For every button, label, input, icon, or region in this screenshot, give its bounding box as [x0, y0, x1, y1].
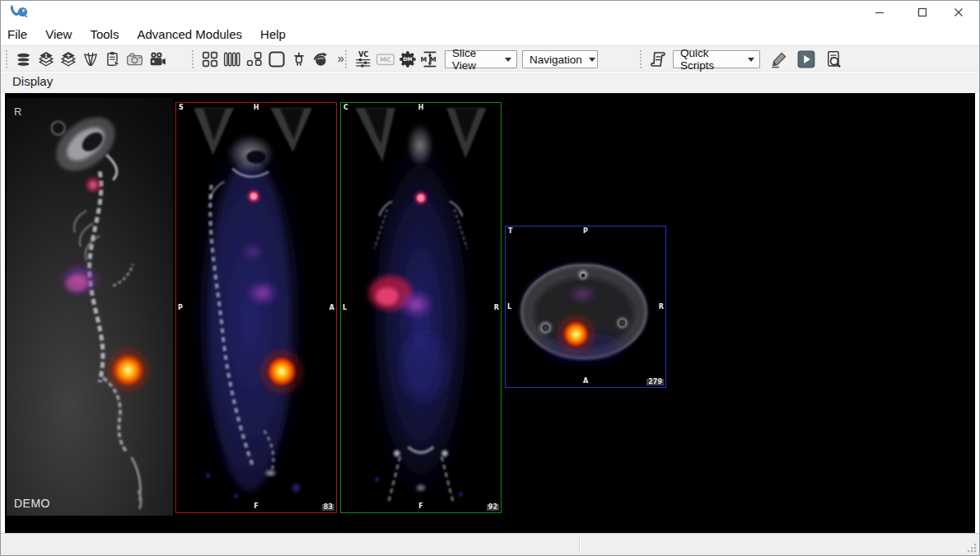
menu-bar: File View Tools Advanced Modules Help	[1, 24, 979, 45]
layers-add-button[interactable]: +	[58, 49, 78, 70]
movie-record-button[interactable]	[147, 49, 167, 70]
dm-data-manager-button[interactable]: DM	[397, 49, 418, 70]
layout-grid-2x2-button[interactable]	[199, 49, 220, 70]
resize-grip-icon[interactable]	[967, 543, 977, 553]
display-label: Display	[12, 74, 53, 88]
minimize-button[interactable]	[866, 1, 894, 24]
run-script-button[interactable]	[796, 49, 816, 70]
maximize-icon	[917, 7, 927, 17]
toolbar-handle[interactable]	[345, 50, 347, 68]
layout-mixed-icon	[246, 51, 263, 68]
edit-script-pencil-icon	[770, 51, 787, 68]
chevron-down-icon	[505, 58, 511, 62]
svg-text:+: +	[65, 52, 71, 59]
plug-tool-button[interactable]	[288, 49, 309, 70]
mip-scan-image	[7, 98, 173, 516]
display-section-header: Display	[1, 72, 979, 93]
slice-number: 92	[487, 504, 499, 511]
mc-module-icon: MC	[376, 51, 395, 68]
vc-window-level-icon: VC	[354, 50, 372, 68]
menu-tools[interactable]: Tools	[81, 25, 128, 44]
mc-module-button-disabled: MC	[375, 49, 395, 70]
edit-script-button[interactable]	[768, 49, 789, 70]
mm-min-max-button[interactable]: MM	[419, 49, 440, 70]
navigation-dropdown[interactable]: Navigation	[522, 50, 598, 68]
close-icon	[954, 7, 964, 17]
orientation-left: P	[178, 305, 183, 311]
toolbar-handle[interactable]	[640, 50, 642, 68]
plug-tool-icon	[291, 51, 307, 68]
transverse-viewport[interactable]: T P L R A 279	[505, 226, 666, 388]
layers-add-icon: +	[60, 51, 77, 68]
orientation-left: L	[507, 304, 511, 311]
close-button[interactable]	[945, 1, 973, 24]
main-toolbar: 1 +	[1, 45, 979, 72]
toolbar-handle[interactable]	[6, 50, 7, 68]
slice-view-dropdown[interactable]: Slice View	[445, 50, 517, 68]
reset-orientation-button[interactable]	[310, 49, 331, 70]
quick-scripts-dropdown[interactable]: Quick Scripts	[673, 50, 760, 68]
toolbar-group-scripts: Quick Scripts	[638, 46, 843, 72]
orientation-right: A	[329, 305, 334, 311]
status-bar-divider	[579, 537, 580, 552]
menu-file[interactable]: File	[7, 25, 36, 44]
mip-3d-viewport[interactable]: R DEMO	[7, 98, 173, 516]
maximize-button[interactable]	[908, 1, 936, 24]
clipboard-report-icon	[105, 51, 121, 68]
sagittal-viewport[interactable]: S H P A F 83	[175, 102, 337, 513]
view-letter: S	[179, 105, 184, 111]
svg-text:DM: DM	[403, 56, 412, 62]
orientation-left: L	[343, 305, 347, 311]
dicom-stack-icon	[16, 52, 31, 68]
script-report-button[interactable]	[823, 49, 843, 70]
orientation-right: R	[494, 305, 499, 311]
orientation-bottom: A	[583, 378, 588, 385]
layout-mixed-button[interactable]	[244, 49, 264, 70]
mip-projection-button[interactable]	[80, 49, 100, 70]
reset-orientation-icon	[312, 51, 329, 68]
navigation-value: Navigation	[530, 54, 582, 66]
dm-data-manager-icon: DM	[399, 50, 417, 68]
snapshot-camera-icon	[126, 51, 143, 68]
layers-single-button[interactable]: 1	[35, 49, 56, 70]
layers-single-icon: 1	[38, 51, 54, 68]
sagittal-scan-image	[176, 103, 336, 512]
script-icon	[649, 50, 667, 68]
chevron-down-icon	[748, 58, 754, 62]
run-script-play-icon	[797, 50, 815, 68]
mm-min-max-icon: MM	[421, 50, 439, 68]
clipboard-report-button[interactable]	[102, 49, 123, 70]
menu-advanced-modules[interactable]: Advanced Modules	[128, 25, 251, 44]
slice-number: 83	[322, 504, 334, 511]
dicom-stack-button[interactable]	[13, 49, 34, 70]
menu-view[interactable]: View	[36, 25, 81, 44]
svg-text:VC: VC	[358, 51, 368, 58]
toolbar-group-layout: »	[190, 46, 348, 72]
mip-projection-icon	[82, 51, 99, 68]
snapshot-camera-button[interactable]	[124, 49, 145, 70]
quick-scripts-value: Quick Scripts	[680, 47, 741, 72]
vc-window-level-button[interactable]: VC	[352, 49, 373, 70]
orientation-bottom: F	[418, 503, 422, 510]
vivoquant-logo-icon	[11, 4, 29, 21]
transverse-scan-image	[506, 227, 665, 387]
title-bar[interactable]	[1, 1, 979, 24]
layout-grid-2x2-icon	[202, 51, 218, 68]
orientation-top: H	[254, 105, 259, 111]
coronal-scan-image	[341, 103, 501, 512]
script-report-icon	[824, 50, 842, 68]
coronal-viewport[interactable]: C H L R F 92	[340, 102, 502, 513]
orientation-top: P	[583, 228, 588, 235]
chevron-down-icon	[589, 58, 595, 62]
demo-watermark: DEMO	[14, 497, 50, 510]
script-button[interactable]	[647, 49, 668, 70]
toolbar-handle[interactable]	[192, 50, 194, 68]
minimize-icon	[875, 7, 884, 17]
layout-single-view-button[interactable]	[266, 49, 287, 70]
menu-help[interactable]: Help	[251, 25, 295, 44]
slice-view-value: Slice View	[452, 47, 498, 72]
toolbar-group-data: 1 +	[4, 46, 167, 72]
display-canvas: R DEMO	[5, 93, 975, 533]
slice-number: 279	[646, 379, 664, 385]
layout-multislice-button[interactable]	[222, 49, 242, 70]
